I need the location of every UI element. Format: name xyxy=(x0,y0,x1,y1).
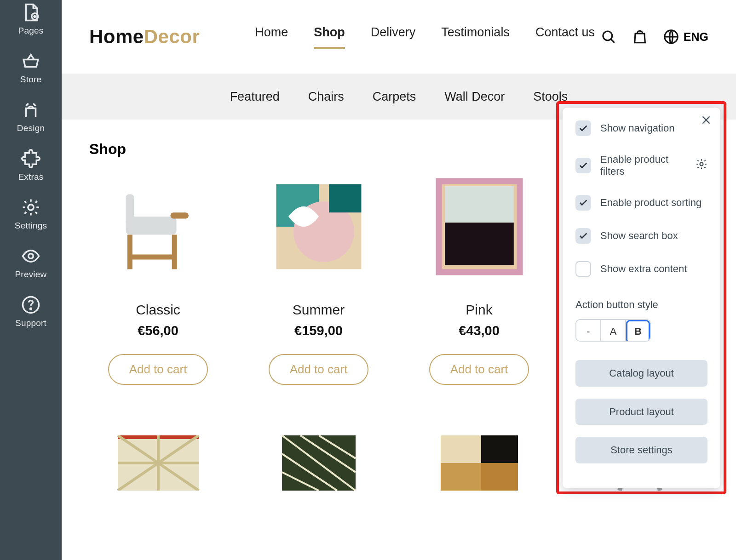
rail-settings[interactable]: Settings xyxy=(15,198,47,231)
product-thumb xyxy=(268,176,369,277)
tapestry-illustration-icon xyxy=(268,176,369,277)
product-thumb xyxy=(268,435,369,491)
add-to-cart-button[interactable]: Add to cart xyxy=(269,354,369,385)
catalog-layout-button[interactable]: Catalog layout xyxy=(575,360,707,387)
brand-part-1: Home xyxy=(89,26,144,47)
svg-rect-19 xyxy=(445,223,514,265)
product-name: Pink xyxy=(466,302,492,318)
site-canvas: HomeDecor Home Shop Delivery Testimonial… xyxy=(62,0,736,560)
cat-chairs[interactable]: Chairs xyxy=(308,90,344,104)
chair-illustration-icon xyxy=(108,176,209,277)
check-label: Enable product filters xyxy=(600,154,686,177)
add-to-cart-button[interactable]: Add to cart xyxy=(108,354,208,385)
add-to-cart-button[interactable]: Add to cart xyxy=(429,354,529,385)
design-icon xyxy=(21,100,40,120)
rail-label: Support xyxy=(15,318,46,328)
svg-rect-26 xyxy=(481,463,518,491)
check-row-show-navigation: Show navigation xyxy=(575,120,707,136)
check-label: Enable product sorting xyxy=(600,197,702,209)
svg-rect-27 xyxy=(441,463,481,491)
svg-point-2 xyxy=(29,254,34,259)
checkbox[interactable] xyxy=(575,195,591,211)
product-card[interactable]: Pink €43,00 Add to cart xyxy=(410,176,548,385)
nav-home[interactable]: Home xyxy=(255,25,288,49)
product-price: €43,00 xyxy=(459,323,500,338)
page-add-icon xyxy=(21,3,40,22)
bag-icon[interactable] xyxy=(632,29,648,45)
search-icon[interactable] xyxy=(601,29,616,45)
main-nav: Home Shop Delivery Testimonials Contact … xyxy=(255,25,595,49)
product-card[interactable]: Summer €159,00 Add to cart xyxy=(250,176,387,385)
filters-settings-button[interactable] xyxy=(696,158,707,173)
store-section-settings-popup: Show navigation Enable product filters E… xyxy=(563,108,720,488)
action-style-a[interactable]: A xyxy=(601,320,626,342)
rail-extras[interactable]: Extras xyxy=(18,149,43,182)
rail-preview[interactable]: Preview xyxy=(15,246,47,280)
rail-store[interactable]: Store xyxy=(20,51,41,85)
check-label: Show navigation xyxy=(600,122,674,134)
svg-rect-25 xyxy=(481,435,518,463)
nav-contact[interactable]: Contact us xyxy=(535,25,595,49)
check-icon xyxy=(578,160,588,171)
rail-label: Design xyxy=(17,123,45,133)
checkbox[interactable] xyxy=(575,228,591,244)
product-thumb xyxy=(429,176,530,277)
basket-icon xyxy=(21,51,40,71)
topbar: HomeDecor Home Shop Delivery Testimonial… xyxy=(62,0,736,74)
language-code: ENG xyxy=(684,30,708,44)
check-row-show-search: Show search box xyxy=(575,228,707,244)
product-price: €159,00 xyxy=(294,323,343,338)
brand-part-2: Decor xyxy=(144,26,200,47)
rail-pages[interactable]: Pages xyxy=(18,3,44,36)
rail-design[interactable]: Design xyxy=(17,100,45,133)
rug2-illustration-icon xyxy=(268,435,369,491)
cat-carpets[interactable]: Carpets xyxy=(373,90,416,104)
product-name: Classic xyxy=(136,302,180,318)
svg-rect-18 xyxy=(445,186,514,223)
page-title: Shop xyxy=(89,141,126,158)
rail-label: Pages xyxy=(18,26,44,36)
nav-delivery[interactable]: Delivery xyxy=(371,25,416,49)
action-style-segmented: - A B xyxy=(575,319,651,342)
check-label: Show search box xyxy=(600,230,678,242)
action-style-b[interactable]: B xyxy=(626,320,650,342)
language-switch[interactable]: ENG xyxy=(663,29,708,45)
product-layout-button[interactable]: Product layout xyxy=(575,399,707,425)
close-icon xyxy=(700,114,712,126)
cat-walldecor[interactable]: Wall Decor xyxy=(444,90,505,104)
checkbox[interactable] xyxy=(575,261,591,277)
nav-testimonials[interactable]: Testimonials xyxy=(441,25,510,49)
product-card[interactable] xyxy=(89,435,227,491)
brand-logo[interactable]: HomeDecor xyxy=(89,26,200,48)
svg-point-4 xyxy=(30,308,32,309)
product-card[interactable] xyxy=(250,435,387,491)
product-card[interactable] xyxy=(410,435,548,491)
svg-point-5 xyxy=(603,31,612,40)
rail-label: Preview xyxy=(15,269,47,280)
product-thumb xyxy=(108,176,209,277)
rail-label: Settings xyxy=(15,221,47,231)
close-button[interactable] xyxy=(700,114,712,128)
product-card[interactable]: Classic €56,00 Add to cart xyxy=(89,176,227,385)
puzzle-icon xyxy=(21,149,40,168)
gear-icon xyxy=(696,158,707,170)
product-thumb xyxy=(429,435,530,491)
check-row-enable-filters: Enable product filters xyxy=(575,154,707,177)
checkbox[interactable] xyxy=(575,158,591,173)
svg-rect-16 xyxy=(329,184,361,213)
admin-rail: Pages Store Design Extras Settings Previ… xyxy=(0,0,62,560)
check-row-extra-content: Show extra content xyxy=(575,261,707,277)
check-icon xyxy=(578,231,588,241)
store-settings-button[interactable]: Store settings xyxy=(575,437,707,463)
rail-support[interactable]: Support xyxy=(15,295,46,328)
rail-label: Extras xyxy=(18,172,43,182)
nav-shop[interactable]: Shop xyxy=(314,25,345,49)
rug3-illustration-icon xyxy=(429,435,530,491)
help-icon xyxy=(21,295,40,314)
cat-featured[interactable]: Featured xyxy=(230,90,280,104)
rail-label: Store xyxy=(20,74,41,85)
check-label: Show extra content xyxy=(600,263,687,275)
action-style-none[interactable]: - xyxy=(576,320,601,342)
cat-stools[interactable]: Stools xyxy=(533,90,568,104)
checkbox[interactable] xyxy=(575,120,591,136)
